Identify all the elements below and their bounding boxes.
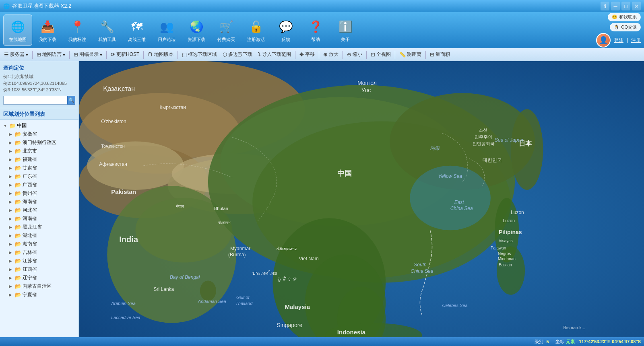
tree-toggle[interactable]: ▶ bbox=[9, 149, 14, 153]
tree-item-guizhou[interactable]: ▶📂贵州省 bbox=[0, 189, 78, 198]
folder-icon: 📂 bbox=[15, 258, 21, 264]
tree-item-guangdong[interactable]: ▶📂广东省 bbox=[0, 172, 78, 181]
svg-text:O'zbekiston: O'zbekiston bbox=[101, 119, 126, 124]
toolbar-btn-user-forum[interactable]: 👥 用户论坛 bbox=[152, 14, 181, 46]
search-input[interactable] bbox=[3, 96, 67, 105]
minimize-button[interactable]: ─ bbox=[611, 2, 620, 10]
tb2-map-version[interactable]: 🗒地图版本 bbox=[145, 50, 176, 59]
map-area[interactable]: Қазақстан Монгол Улс O'zbekiston Тоҷикис… bbox=[79, 61, 644, 337]
restore-button[interactable]: □ bbox=[621, 2, 630, 10]
tb2-full-view[interactable]: ⊡全视图 bbox=[368, 50, 393, 59]
tree-item-fujian[interactable]: ▶📂福建省 bbox=[0, 155, 78, 164]
svg-text:Mindanao: Mindanao bbox=[498, 257, 516, 261]
toolbar-btn-feedback[interactable]: 💬 反馈 bbox=[271, 14, 300, 46]
tree-item-hubei[interactable]: ▶📂湖北省 bbox=[0, 231, 78, 240]
tree-item-guangxi[interactable]: ▶📂广西省 bbox=[0, 181, 78, 189]
tree-toggle[interactable]: ▶ bbox=[9, 216, 14, 221]
tb2-select-dl-area[interactable]: ⬚框选下载区域 bbox=[180, 50, 219, 59]
svg-text:Thailand: Thailand bbox=[235, 301, 253, 306]
tree-item-hunan[interactable]: ▶📂湖南省 bbox=[0, 240, 78, 248]
tree-item-hebei[interactable]: ▶📂河北省 bbox=[0, 206, 78, 214]
tb2-update-host[interactable]: ⟳更新HOST bbox=[108, 50, 142, 59]
tree-item-liaoning[interactable]: ▶📂辽宁省 bbox=[0, 274, 78, 282]
info-button[interactable]: ℹ bbox=[601, 2, 609, 10]
tb2-zoom-out[interactable]: ⊖缩小 bbox=[345, 50, 365, 59]
tb2-pan[interactable]: ✥平移 bbox=[297, 50, 317, 59]
svg-text:Luzon: Luzon bbox=[503, 218, 515, 223]
qq-label: QQ交谈 bbox=[621, 24, 637, 30]
login-button[interactable]: 登陆 bbox=[614, 37, 623, 44]
tree-toggle[interactable]: ▶ bbox=[9, 267, 14, 272]
tree-toggle[interactable]: ▶ bbox=[9, 132, 14, 136]
folder-icon: 📂 bbox=[15, 266, 21, 272]
toolbar-btn-offline-3d[interactable]: 🗺 离线三维 bbox=[122, 14, 151, 46]
tree-toggle[interactable]: ▶ bbox=[9, 233, 14, 238]
toolbar-btn-my-marker[interactable]: 📍 我的标注 bbox=[63, 14, 92, 46]
tb2-measure-dist[interactable]: 📏测距离 bbox=[397, 50, 424, 59]
contact-button[interactable]: 😊 和我联系 bbox=[608, 13, 641, 21]
folder-icon: 📂 bbox=[15, 190, 21, 196]
toolbar-btn-online-map[interactable]: 🌐 在线地图 bbox=[3, 14, 32, 46]
folder-icon: 📂 bbox=[15, 275, 21, 281]
tree-toggle[interactable]: ▶ bbox=[9, 250, 14, 255]
tree-item-hainan[interactable]: ▶📂海南省 bbox=[0, 198, 78, 206]
toolbar2-separator bbox=[425, 51, 426, 59]
tb2-polygon-dl[interactable]: ⬡多边形下载 bbox=[220, 50, 255, 59]
tree-item-anhui[interactable]: ▶📂安徽省 bbox=[0, 130, 78, 138]
zoom-in-icon: ⊕ bbox=[323, 51, 328, 58]
tree-item-ningxia[interactable]: ▶📂宁夏省 bbox=[0, 290, 78, 299]
tree-item-macao[interactable]: ▶📂澳门特别行政区 bbox=[0, 138, 78, 147]
tree-item-beijing[interactable]: ▶📂北京市 bbox=[0, 147, 78, 155]
tree-item-gansu[interactable]: ▶📂甘肃省 bbox=[0, 164, 78, 172]
toolbar-btn-buy[interactable]: 🛒 付费购买 bbox=[212, 14, 241, 46]
tree-toggle[interactable]: ▶ bbox=[9, 242, 14, 246]
tb2-server[interactable]: ☰服务器▾ bbox=[2, 50, 31, 59]
tree-toggle[interactable]: ▶ bbox=[9, 292, 14, 297]
tree-toggle[interactable]: ▶ bbox=[9, 191, 14, 196]
tree-toggle[interactable]: ▶ bbox=[9, 166, 14, 170]
measure-area-label: 量面积 bbox=[436, 51, 450, 58]
tb2-map-display[interactable]: ⊞图幅显示▾ bbox=[71, 50, 105, 59]
tree-item-heilongjiang[interactable]: ▶📂黑龙江省 bbox=[0, 223, 78, 231]
tb2-import-dl-range[interactable]: ⤵导入下载范围 bbox=[256, 50, 293, 59]
tree-toggle[interactable]: ▶ bbox=[9, 174, 14, 179]
tb2-zoom-in[interactable]: ⊕放大 bbox=[321, 50, 341, 59]
svg-text:Тоҷикистон: Тоҷикистон bbox=[101, 144, 125, 148]
tree-toggle[interactable]: ▼ bbox=[3, 124, 8, 128]
svg-text:Bismarck...: Bismarck... bbox=[563, 325, 585, 330]
tree-toggle[interactable]: ▶ bbox=[9, 259, 14, 263]
svg-text:বাংলাদেশ: বাংলাদেশ bbox=[218, 220, 231, 225]
svg-text:渤海: 渤海 bbox=[430, 145, 440, 151]
zoom-out-icon: ⊖ bbox=[347, 51, 351, 58]
toolbar-btn-help[interactable]: ❓ 帮助 bbox=[301, 14, 330, 46]
tree-toggle[interactable]: ▶ bbox=[9, 276, 14, 280]
tree-toggle[interactable]: ▶ bbox=[9, 200, 14, 204]
tb2-measure-area[interactable]: ⊞量面积 bbox=[427, 50, 452, 59]
toolbar-btn-my-download[interactable]: 📥 我的下载 bbox=[33, 14, 62, 46]
tree-toggle[interactable]: ▶ bbox=[9, 183, 14, 187]
svg-text:China Sea: China Sea bbox=[411, 268, 433, 274]
tree-toggle[interactable]: ▶ bbox=[9, 157, 14, 162]
search-button[interactable]: 🔍 bbox=[67, 96, 75, 105]
tree-item-jiangxi[interactable]: ▶📂江西省 bbox=[0, 265, 78, 274]
toolbar-btn-activate[interactable]: 🔓 注册激活 bbox=[242, 14, 270, 46]
tb2-map-lang[interactable]: ⊞地图语言▾ bbox=[34, 50, 68, 59]
tree-item-jilin[interactable]: ▶📂吉林省 bbox=[0, 248, 78, 257]
folder-icon: 📂 bbox=[15, 165, 21, 171]
tree-toggle[interactable]: ▶ bbox=[9, 225, 14, 229]
toolbar-btn-about[interactable]: ℹ️ 关于 bbox=[331, 14, 360, 46]
toolbar-btn-my-tools[interactable]: 🔧 我的工具 bbox=[93, 14, 122, 46]
tree-toggle[interactable]: ▶ bbox=[9, 140, 14, 145]
qq-button[interactable]: 🐧 QQ交谈 bbox=[610, 23, 641, 31]
close-button[interactable]: ✕ bbox=[632, 2, 641, 10]
tree-item-neimenggu[interactable]: ▶📂内蒙古自治区 bbox=[0, 282, 78, 290]
svg-text:민주주의: 민주주의 bbox=[475, 134, 492, 139]
tree-toggle[interactable]: ▶ bbox=[9, 284, 14, 288]
register-button[interactable]: 注册 bbox=[631, 37, 641, 44]
tree-toggle[interactable]: ▶ bbox=[9, 208, 14, 212]
tree-item-jiangsu[interactable]: ▶📂江苏省 bbox=[0, 257, 78, 265]
tree-item-henan[interactable]: ▶📂河南省 bbox=[0, 214, 78, 223]
tree-item-china[interactable]: ▼📁中国 bbox=[0, 122, 78, 130]
server-icon: ☰ bbox=[4, 51, 9, 58]
toolbar-btn-resource-dl[interactable]: 🌏 资源下载 bbox=[182, 14, 211, 46]
